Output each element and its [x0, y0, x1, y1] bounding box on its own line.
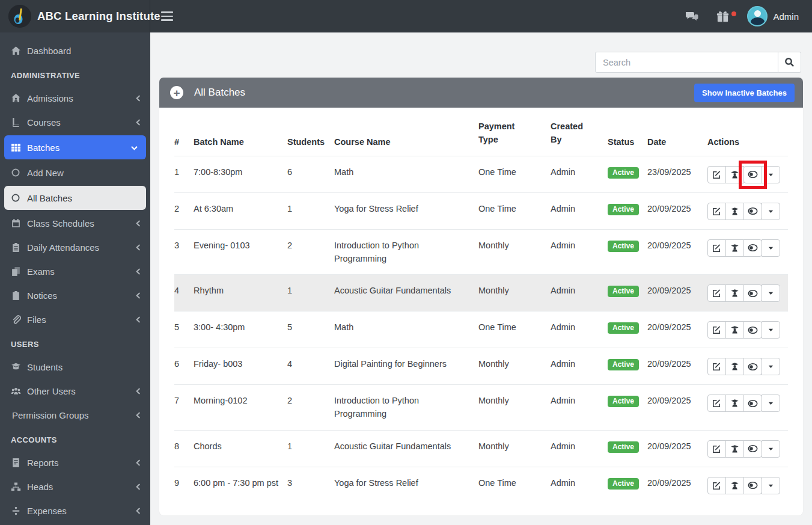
sidebar-item-class-schedules[interactable]: Class Schedules — [0, 211, 150, 235]
cell-students: 3 — [287, 467, 334, 503]
cell-actions — [707, 348, 788, 385]
edit-batch-button[interactable] — [707, 239, 726, 257]
sidebar-item-admissions[interactable]: Admissions — [0, 86, 150, 110]
sidebar-toggle-button[interactable] — [161, 6, 182, 26]
cell-status: Active — [608, 192, 647, 229]
search-input[interactable] — [595, 52, 778, 73]
brand[interactable]: ABC Learning Institute — [0, 0, 150, 32]
cell-date: 23/09/2025 — [647, 156, 707, 192]
edit-batch-button[interactable] — [707, 321, 726, 339]
toggle-status-button[interactable] — [743, 203, 762, 220]
caret-down-icon — [768, 482, 774, 489]
toggle-status-button[interactable] — [743, 358, 762, 375]
cell-num: 7 — [174, 385, 194, 431]
toggle-status-button[interactable] — [743, 395, 762, 412]
more-actions-dropdown-button[interactable] — [762, 440, 780, 458]
main-content: + All Batches Show Inactive Batches # Ba… — [150, 32, 812, 525]
sidebar-heading-administrative: ADMINISTRATIVE — [0, 63, 150, 86]
chevron-left-icon — [135, 316, 142, 323]
sidebar-item-reports[interactable]: Reports — [0, 450, 150, 474]
cell-batch-name: 3:00- 4:30pm — [194, 312, 287, 348]
toggle-status-button[interactable] — [743, 239, 762, 257]
sidebar-item-courses[interactable]: Courses — [0, 110, 150, 134]
edit-batch-button[interactable] — [707, 395, 726, 412]
toggle-status-button[interactable] — [743, 284, 762, 302]
col-header-students: Students — [287, 108, 334, 156]
cell-payment-type: Monthly — [478, 348, 551, 385]
more-actions-dropdown-button[interactable] — [762, 203, 780, 220]
student-icon — [730, 481, 739, 490]
edit-batch-button[interactable] — [707, 440, 726, 458]
add-batch-icon[interactable]: + — [170, 86, 183, 99]
gift-icon[interactable] — [716, 9, 730, 23]
status-badge: Active — [608, 478, 639, 490]
chevron-left-icon — [135, 244, 142, 251]
sidebar-item-daily-attendances[interactable]: Daily Attendances — [0, 235, 150, 259]
sidebar-item-notices[interactable]: Notices — [0, 283, 150, 307]
table-row: 1 7:00-8:30pm 6 Math One Time Admin Acti… — [174, 156, 788, 192]
toggle-icon — [748, 207, 758, 215]
user-name-label: Admin — [773, 11, 799, 22]
batch-students-button[interactable] — [725, 477, 744, 494]
edit-batch-button[interactable] — [707, 477, 726, 494]
sidebar-item-all-batches[interactable]: All Batches — [4, 186, 146, 210]
edit-batch-button[interactable] — [707, 358, 726, 375]
sidebar-item-expenses[interactable]: Expenses — [0, 499, 150, 523]
cell-students: 1 — [287, 430, 334, 467]
more-actions-dropdown-button[interactable] — [762, 239, 780, 257]
batch-students-button[interactable] — [725, 321, 744, 339]
cell-payment-type: One Time — [478, 192, 551, 229]
search-button[interactable] — [778, 52, 801, 73]
batch-students-button[interactable] — [725, 203, 744, 220]
circle-icon — [11, 168, 21, 178]
sidebar-item-exams[interactable]: Exams — [0, 259, 150, 283]
messages-icon[interactable] — [685, 9, 699, 23]
cell-batch-name: Morning-0102 — [194, 385, 287, 431]
more-actions-dropdown-button[interactable] — [762, 321, 780, 339]
cell-course-name: Math — [334, 312, 478, 348]
edit-batch-button[interactable] — [707, 203, 726, 220]
caret-down-icon — [768, 171, 774, 178]
toggle-status-button[interactable] — [743, 440, 762, 458]
batch-students-button[interactable] — [725, 166, 744, 183]
show-inactive-batches-button[interactable]: Show Inactive Batches — [694, 84, 795, 102]
cell-num: 1 — [174, 156, 194, 192]
sidebar-item-batches[interactable]: Batches — [4, 135, 146, 159]
more-actions-dropdown-button[interactable] — [762, 284, 780, 302]
chevron-left-icon — [135, 95, 142, 102]
toggle-status-button[interactable] — [743, 321, 762, 339]
caret-down-icon — [768, 208, 774, 215]
cell-created-by: Admin — [551, 430, 608, 467]
cell-created-by: Admin — [551, 229, 608, 275]
more-actions-dropdown-button[interactable] — [762, 477, 780, 494]
batch-students-button[interactable] — [725, 440, 744, 458]
edit-batch-button[interactable] — [707, 284, 726, 302]
more-actions-dropdown-button[interactable] — [762, 395, 780, 412]
batch-students-button[interactable] — [725, 239, 744, 257]
status-badge: Active — [608, 204, 639, 215]
batch-students-button[interactable] — [725, 284, 744, 302]
chevron-left-icon — [135, 388, 142, 395]
more-actions-dropdown-button[interactable] — [762, 166, 780, 183]
sidebar-item-heads[interactable]: Heads — [0, 474, 150, 499]
batches-table: # Batch Name Students Course Name Paymen… — [174, 108, 788, 503]
cell-created-by: Admin — [551, 312, 608, 348]
user-menu[interactable]: Admin — [747, 6, 799, 26]
report-file-icon — [11, 458, 21, 468]
cell-students: 1 — [287, 192, 334, 229]
toggle-status-button[interactable] — [743, 477, 762, 494]
batch-students-button[interactable] — [725, 358, 744, 375]
edit-batch-button[interactable] — [707, 166, 726, 183]
toggle-status-button[interactable] — [743, 166, 762, 183]
sidebar-item-dashboard[interactable]: Dashboard — [0, 38, 150, 63]
sidebar-item-files[interactable]: Files — [0, 307, 150, 331]
student-icon — [730, 244, 739, 253]
toggle-icon — [748, 170, 758, 179]
more-actions-dropdown-button[interactable] — [762, 358, 780, 375]
cell-batch-name: Evening- 0103 — [194, 229, 287, 275]
sidebar-item-students[interactable]: Students — [0, 355, 150, 379]
sidebar-item-add-new[interactable]: Add New — [0, 161, 150, 185]
sidebar-item-other-users[interactable]: Other Users — [0, 379, 150, 403]
sidebar-item-permission-groups[interactable]: Permission Groups — [0, 403, 150, 427]
batch-students-button[interactable] — [725, 395, 744, 412]
